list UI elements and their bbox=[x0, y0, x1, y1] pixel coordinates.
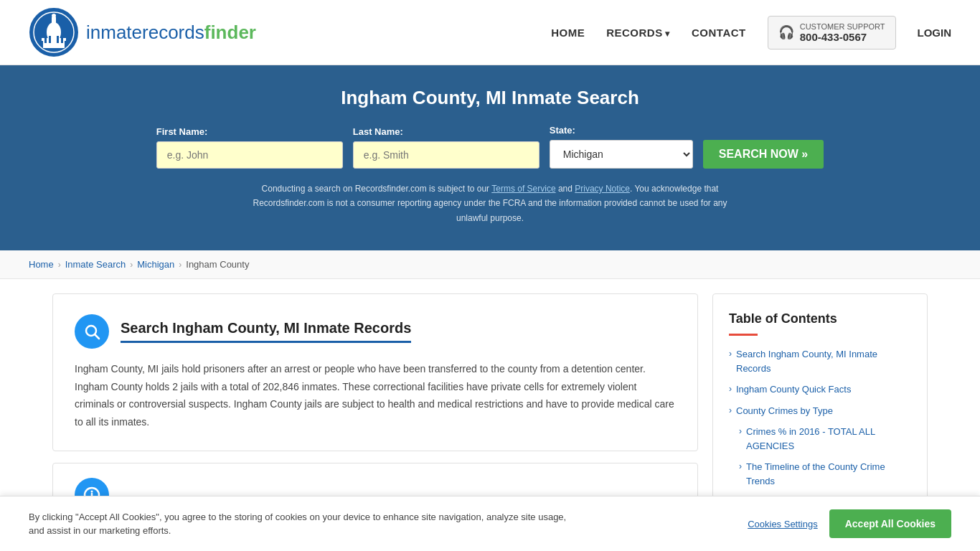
nav-records[interactable]: RECORDS bbox=[606, 27, 670, 39]
headset-icon: 🎧 bbox=[778, 24, 794, 40]
accept-all-cookies-button[interactable]: Accept All Cookies bbox=[829, 509, 951, 538]
search-form: First Name: Last Name: State: Michigan A… bbox=[29, 125, 951, 169]
toc-card: Table of Contents › Search Ingham County… bbox=[712, 293, 928, 513]
search-now-button[interactable]: SEARCH NOW » bbox=[703, 140, 824, 169]
svg-line-12 bbox=[95, 335, 100, 339]
nav-contact[interactable]: CONTACT bbox=[692, 27, 746, 39]
state-select[interactable]: Michigan Alabama Alaska Arizona Arkansas… bbox=[550, 140, 693, 169]
cookie-actions: Cookies Settings Accept All Cookies bbox=[748, 509, 951, 538]
search-records-card: Search Ingham County, MI Inmate Records … bbox=[52, 293, 698, 451]
toc-link-1[interactable]: Ingham County Quick Facts bbox=[736, 382, 851, 397]
svg-rect-9 bbox=[57, 36, 59, 43]
svg-rect-10 bbox=[61, 36, 63, 43]
svg-rect-7 bbox=[44, 36, 47, 43]
site-header: inmaterecordsfinder HOME RECORDS CONTACT… bbox=[0, 0, 980, 65]
support-info: CUSTOMER SUPPORT 800-433-0567 bbox=[800, 22, 885, 43]
card-title: Search Ingham County, MI Inmate Records bbox=[121, 320, 411, 336]
svg-rect-8 bbox=[49, 36, 51, 43]
hero-disclaimer: Conducting a search on Recordsfinder.com… bbox=[239, 182, 741, 225]
tos-link[interactable]: Terms of Service bbox=[491, 184, 555, 194]
chevron-right-icon-2: › bbox=[729, 405, 732, 415]
toc-item-4[interactable]: › The Timeline of the County Crime Trend… bbox=[739, 460, 911, 488]
privacy-link[interactable]: Privacy Notice bbox=[575, 184, 630, 194]
toc-link-3[interactable]: Crimes % in 2016 - TOTAL ALL AGENCIES bbox=[746, 425, 911, 453]
main-nav: HOME RECORDS CONTACT 🎧 CUSTOMER SUPPORT … bbox=[551, 16, 951, 50]
support-number: 800-433-0567 bbox=[800, 31, 885, 43]
logo-icon bbox=[29, 7, 79, 57]
hero-title: Ingham County, MI Inmate Search bbox=[29, 87, 951, 109]
breadcrumb-inmate-search[interactable]: Inmate Search bbox=[65, 259, 126, 270]
last-name-group: Last Name: bbox=[353, 126, 540, 169]
nav-records-group: RECORDS bbox=[606, 27, 670, 39]
svg-point-15 bbox=[91, 491, 93, 493]
sidebar: Table of Contents › Search Ingham County… bbox=[712, 293, 928, 527]
state-label: State: bbox=[550, 125, 575, 136]
chevron-right-icon-4: › bbox=[739, 461, 742, 471]
toc-divider bbox=[729, 334, 758, 336]
logo-area: inmaterecordsfinder bbox=[29, 7, 256, 57]
support-label: CUSTOMER SUPPORT bbox=[800, 22, 885, 31]
logo-text: inmaterecordsfinder bbox=[86, 22, 256, 44]
first-name-input[interactable] bbox=[156, 141, 343, 169]
toc-link-4[interactable]: The Timeline of the County Crime Trends bbox=[746, 460, 911, 488]
last-name-input[interactable] bbox=[353, 141, 540, 169]
toc-item-3[interactable]: › Crimes % in 2016 - TOTAL ALL AGENCIES bbox=[739, 425, 911, 453]
state-group: State: Michigan Alabama Alaska Arizona A… bbox=[550, 125, 693, 169]
toc-link-0[interactable]: Search Ingham County, MI Inmate Records bbox=[736, 347, 911, 375]
svg-point-6 bbox=[52, 14, 56, 18]
toc-title: Table of Contents bbox=[729, 311, 911, 326]
svg-rect-5 bbox=[52, 17, 56, 23]
breadcrumb-michigan[interactable]: Michigan bbox=[137, 259, 174, 270]
breadcrumb: Home › Inmate Search › Michigan › Ingham… bbox=[0, 250, 980, 279]
customer-support-box: 🎧 CUSTOMER SUPPORT 800-433-0567 bbox=[768, 16, 896, 50]
last-name-label: Last Name: bbox=[353, 126, 403, 137]
search-icon bbox=[75, 314, 109, 349]
chevron-right-icon-3: › bbox=[739, 426, 742, 436]
nav-home[interactable]: HOME bbox=[551, 27, 585, 39]
breadcrumb-sep-3: › bbox=[179, 260, 182, 270]
cookies-settings-button[interactable]: Cookies Settings bbox=[748, 519, 818, 529]
first-name-label: First Name: bbox=[156, 126, 208, 137]
hero-section: Ingham County, MI Inmate Search First Na… bbox=[0, 65, 980, 250]
toc-item-1[interactable]: › Ingham County Quick Facts bbox=[729, 382, 911, 397]
cookie-banner: By clicking "Accept All Cookies", you ag… bbox=[0, 496, 980, 542]
cookie-text: By clicking "Accept All Cookies", you ag… bbox=[29, 510, 567, 538]
card-body: Ingham County, MI jails hold prisoners a… bbox=[75, 360, 676, 430]
toc-item-0[interactable]: › Search Ingham County, MI Inmate Record… bbox=[729, 347, 911, 375]
main-content: Search Ingham County, MI Inmate Records … bbox=[31, 293, 949, 527]
toc-item-2[interactable]: › County Crimes by Type bbox=[729, 404, 911, 418]
card-header: Search Ingham County, MI Inmate Records bbox=[75, 314, 676, 349]
toc-link-2[interactable]: County Crimes by Type bbox=[736, 404, 833, 418]
chevron-right-icon-0: › bbox=[729, 349, 732, 359]
nav-login[interactable]: LOGIN bbox=[918, 27, 952, 39]
breadcrumb-home[interactable]: Home bbox=[29, 259, 54, 270]
breadcrumb-ingham-county: Ingham County bbox=[186, 259, 249, 270]
breadcrumb-sep-2: › bbox=[130, 260, 133, 270]
first-name-group: First Name: bbox=[156, 126, 343, 169]
chevron-right-icon-1: › bbox=[729, 384, 732, 394]
breadcrumb-sep-1: › bbox=[58, 260, 61, 270]
card-title-area: Search Ingham County, MI Inmate Records bbox=[121, 320, 411, 343]
content-area: Search Ingham County, MI Inmate Records … bbox=[52, 293, 698, 527]
